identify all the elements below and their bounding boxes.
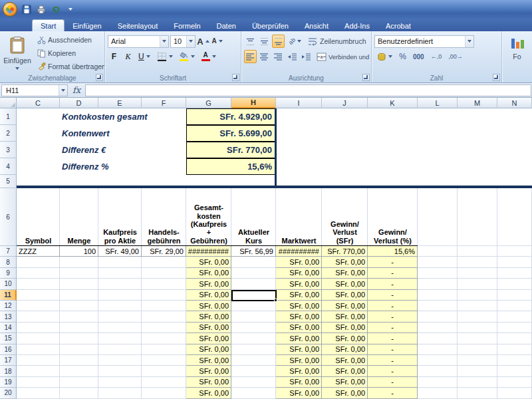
font-size-combo[interactable]: 10: [170, 35, 196, 48]
cell-D2[interactable]: Kontenwert: [60, 125, 186, 142]
name-box-dropdown[interactable]: [59, 85, 67, 96]
underline-button[interactable]: U: [136, 50, 153, 63]
cell-J20[interactable]: SFr. 0,00: [322, 388, 368, 398]
print-button[interactable]: [35, 3, 47, 15]
conditional-formatting-button[interactable]: Fo: [503, 33, 531, 61]
cell-J14[interactable]: SFr. 0,00: [322, 323, 368, 333]
align-bottom-button[interactable]: [272, 35, 285, 48]
row-header-7[interactable]: 7: [0, 246, 17, 257]
paste-button[interactable]: Einfügen: [3, 34, 32, 72]
cell-I15[interactable]: SFr. 0,00: [276, 333, 322, 344]
cell-K6[interactable]: Gewinn/ Verlust (%): [368, 188, 418, 246]
row-header-2[interactable]: 2: [0, 125, 17, 142]
format-painter-button[interactable]: Format übertragen: [35, 60, 105, 73]
cell-K10[interactable]: -: [368, 279, 418, 289]
cell-I13[interactable]: SFr. 0,00: [276, 311, 322, 322]
row-header-17[interactable]: 17: [0, 355, 17, 366]
tab-start[interactable]: Start: [32, 19, 65, 31]
italic-button[interactable]: K: [122, 50, 134, 63]
cell-K9[interactable]: -: [368, 268, 418, 279]
cell-I18[interactable]: SFr. 0,00: [276, 366, 322, 376]
tab-seitenlayout[interactable]: Seitenlayout: [110, 20, 166, 31]
cell-J11[interactable]: SFr. 0,00: [322, 290, 368, 301]
cell-J19[interactable]: SFr. 0,00: [322, 377, 368, 388]
column-header-G[interactable]: G: [186, 98, 231, 108]
cell-G13[interactable]: SFr. 0,00: [186, 311, 231, 322]
cell-D6[interactable]: Menge: [60, 188, 98, 246]
cell-K18[interactable]: -: [368, 366, 418, 376]
active-cell-H11[interactable]: [231, 290, 277, 301]
cell-J10[interactable]: SFr. 0,00: [322, 279, 368, 289]
decrease-indent-button[interactable]: [286, 50, 299, 63]
formula-input[interactable]: [85, 84, 531, 96]
row-header-4[interactable]: 4: [0, 158, 17, 175]
font-size-dropdown[interactable]: [186, 36, 195, 47]
orientation-button[interactable]: ab: [286, 35, 304, 48]
cell-J7[interactable]: SFr. 770,00: [322, 246, 368, 257]
cell-J16[interactable]: SFr. 0,00: [322, 344, 368, 355]
row-header-8[interactable]: 8: [0, 257, 17, 267]
number-dialog-launcher[interactable]: [493, 74, 500, 81]
font-name-combo[interactable]: Arial: [108, 35, 169, 48]
align-left-button[interactable]: [244, 50, 257, 63]
cell-K19[interactable]: -: [368, 377, 418, 388]
cell-G20[interactable]: SFr. 0,00: [186, 388, 231, 398]
cell-G7[interactable]: ##########: [186, 246, 231, 257]
cell-I10[interactable]: SFr. 0,00: [276, 279, 322, 289]
font-name-dropdown[interactable]: [160, 36, 168, 47]
shrink-font-button[interactable]: A: [211, 35, 223, 48]
row-header-12[interactable]: 12: [0, 301, 17, 311]
tab-addins[interactable]: Add-Ins: [336, 20, 378, 31]
row-header-11[interactable]: 11: [0, 290, 17, 301]
number-format-dropdown[interactable]: [465, 36, 473, 47]
cell-I19[interactable]: SFr. 0,00: [276, 377, 322, 388]
cell-I20[interactable]: SFr. 0,00: [276, 388, 322, 398]
cell-G16[interactable]: SFr. 0,00: [186, 344, 231, 355]
cell-G8[interactable]: SFr. 0,00: [186, 257, 231, 267]
row-header-15[interactable]: 15: [0, 333, 17, 344]
cell-G11[interactable]: SFr. 0,00: [186, 290, 231, 301]
cell-G14[interactable]: SFr. 0,00: [186, 323, 231, 333]
copy-button[interactable]: Kopieren: [35, 47, 105, 60]
cell-I11[interactable]: SFr. 0,00: [276, 290, 322, 301]
undo-button[interactable]: [50, 3, 62, 15]
row-header-14[interactable]: 14: [0, 323, 17, 333]
grow-font-button[interactable]: A: [197, 35, 209, 48]
cell-I6[interactable]: Marktwert: [276, 188, 322, 246]
cell-K12[interactable]: -: [368, 301, 418, 311]
cell-G12[interactable]: SFr. 0,00: [186, 301, 231, 311]
column-header-L[interactable]: L: [418, 98, 458, 108]
column-header-J[interactable]: J: [322, 98, 368, 108]
row-header-10[interactable]: 10: [0, 279, 17, 289]
align-right-button[interactable]: [272, 50, 285, 63]
increase-decimal-button[interactable]: ←,0: [428, 50, 445, 63]
align-middle-button[interactable]: [258, 35, 271, 48]
row-header-13[interactable]: 13: [0, 311, 17, 322]
cell-I9[interactable]: SFr. 0,00: [276, 268, 322, 279]
alignment-dialog-launcher[interactable]: [362, 74, 370, 81]
row-header-6[interactable]: 6: [0, 188, 17, 246]
cell-H6[interactable]: Aktueller Kurs: [231, 188, 276, 246]
fill-handle[interactable]: [274, 299, 277, 302]
fill-color-button[interactable]: [177, 50, 198, 63]
cell-K17[interactable]: -: [368, 355, 418, 366]
cell-I8[interactable]: SFr. 0,00: [276, 257, 322, 267]
row-header-5[interactable]: 5: [0, 175, 17, 188]
column-header-M[interactable]: M: [458, 98, 497, 108]
borders-button[interactable]: [154, 50, 176, 63]
column-header-E[interactable]: E: [98, 98, 142, 108]
decrease-decimal-button[interactable]: ,00→: [446, 50, 466, 63]
cell-K14[interactable]: -: [368, 323, 418, 333]
cell-J9[interactable]: SFr. 0,00: [322, 268, 368, 279]
cell-K7[interactable]: 15,6%: [368, 246, 418, 257]
save-button[interactable]: [21, 3, 33, 15]
column-header-K[interactable]: K: [368, 98, 418, 108]
select-all-corner[interactable]: [0, 98, 17, 108]
cell-K15[interactable]: -: [368, 333, 418, 344]
row-header-3[interactable]: 3: [0, 142, 17, 158]
tab-acrobat[interactable]: Acrobat: [378, 20, 419, 31]
cell-G17[interactable]: SFr. 0,00: [186, 355, 231, 366]
align-top-button[interactable]: [244, 35, 257, 48]
cell-K13[interactable]: -: [368, 311, 418, 322]
cell-G2[interactable]: SFr. 5.699,00: [186, 125, 276, 142]
